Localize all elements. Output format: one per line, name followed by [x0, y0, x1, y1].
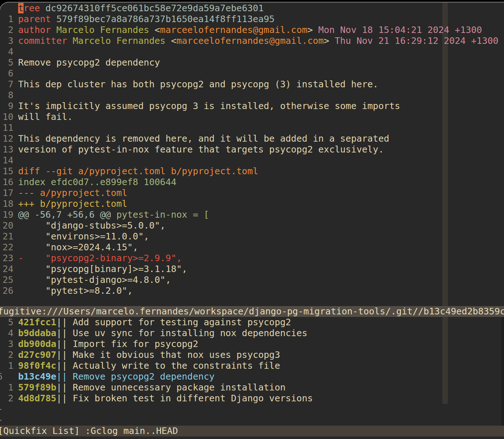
punct-text: >	[307, 25, 318, 35]
line-number: 9	[0, 101, 18, 112]
buffer-line[interactable]: 23- "psycopg2-binary>=2.9.9",	[0, 253, 504, 264]
buffer-line[interactable]: 14	[0, 155, 504, 166]
empty-line-tilde: ~	[0, 404, 2, 415]
buffer-line[interactable]: 20 "django-stubs>=5.0.0",	[0, 220, 504, 231]
buffer-line[interactable]: 21 "environs>=11.0.0",	[0, 231, 504, 242]
quickfix-item[interactable]: 1579f89b|| Remove unnecessary package in…	[0, 382, 504, 393]
buffer-line[interactable]: 8	[0, 90, 504, 101]
buffer-line[interactable]: 22 "nox>=2024.4.15",	[0, 242, 504, 253]
text-text: Remove psycopg2 dependency	[18, 57, 160, 68]
quickfix-separator: ||	[56, 350, 73, 360]
commit-message: Actually write to the constraints file	[73, 360, 280, 371]
text-text: "pytest>=8.2.0",	[18, 285, 133, 296]
buffer-line[interactable]: 13version of pytest-in-nox feature that …	[0, 144, 504, 155]
buffer-line[interactable]: 5Remove psycopg2 dependency	[0, 57, 504, 68]
date-text: Thu Nov 21 16:29:12 2024 +1300	[335, 35, 499, 46]
buffer-line-text	[18, 46, 504, 57]
quickfix-separator: ||	[56, 360, 73, 371]
buffer-line[interactable]: 9It's implicitly assumed psycopg 3 is in…	[0, 101, 504, 112]
buffer-line-text	[18, 122, 504, 133]
commit-hash: 421fcc1	[18, 317, 56, 327]
line-number: 4	[0, 46, 18, 57]
line-number: 24	[0, 264, 18, 275]
buffer-line[interactable]: 6	[0, 68, 504, 79]
quickfix-item[interactable]: 24d8d785|| Fix broken test in different …	[0, 393, 504, 404]
text-text	[67, 35, 73, 46]
diff-new-text: +++ b/pyproject.toml	[18, 198, 127, 209]
quickfix-separator: ||	[56, 371, 73, 382]
quickfix-item[interactable]: 198f0f4c|| Actually write to the constra…	[0, 360, 504, 371]
buffer-line[interactable]: 18+++ b/pyproject.toml	[0, 198, 504, 209]
buffer-line[interactable]: 12This dependency is removed here, and i…	[0, 133, 504, 144]
line-number	[0, 3, 18, 14]
line-number: 25	[0, 275, 18, 285]
buffer-line[interactable]: 25 "pytest-django>=4.8.0",	[0, 275, 504, 285]
buffer-line[interactable]: 3committer Marcelo Fernandes <marceelofe…	[0, 35, 504, 46]
buffer-line-text: +++ b/pyproject.toml	[18, 198, 504, 209]
buffer-line-text: It's implicitly assumed psycopg 3 is ins…	[18, 101, 504, 112]
buffer-line-text: @@ -56,7 +56,6 @@ pytest-in-nox = [	[18, 209, 504, 220]
quickfix-item[interactable]: 6b13c49e|| Remove psycopg2 dependency	[0, 371, 504, 382]
buffer-line[interactable]: 10will fail.	[0, 112, 504, 122]
line-number: 6	[0, 68, 18, 79]
author-name-text: Marcelo Fernandes	[73, 35, 166, 46]
quickfix-item-text: db900da|| Import fix for psycopg2	[18, 339, 504, 350]
quickfix-item[interactable]: 5421fcc1|| Add support for testing again…	[0, 317, 504, 328]
line-number: 11	[0, 122, 18, 133]
line-number: 18	[0, 198, 18, 209]
quickfix-separator: ||	[56, 328, 73, 338]
quickfix-window: 5421fcc1|| Add support for testing again…	[0, 317, 504, 426]
buffer-line[interactable]: 15diff --git a/pyproject.toml b/pyprojec…	[0, 166, 504, 177]
commit-message: Import fix for psycopg2	[73, 339, 198, 349]
buffer-line-text: This dep cluster has both psycopg2 and p…	[18, 79, 504, 90]
line-number: 12	[0, 133, 18, 144]
buffer-line[interactable]: 7This dep cluster has both psycopg2 and …	[0, 79, 504, 90]
fugitive-statusline[interactable]: fugitive:///Users/marcelo.fernandes/work…	[0, 306, 504, 317]
line-number: 1	[0, 14, 18, 25]
buffer-line[interactable]: 17--- a/pyproject.toml	[0, 188, 504, 198]
empty-line-tilde: ~	[0, 415, 2, 426]
buffer-line[interactable]: 16index efdc0d7..e899ef8 100644	[0, 177, 504, 188]
line-number: 16	[0, 177, 18, 188]
buffer-line[interactable]: 4	[0, 46, 504, 57]
buffer-line[interactable]: 19@@ -56,7 +56,6 @@ pytest-in-nox = [	[0, 209, 504, 220]
buffer-line-text: - "psycopg2-binary>=2.9.9",	[18, 253, 504, 264]
buffer-line[interactable]: 1parent 579f89bec7a8a786a737b1650ea14f8f…	[0, 14, 504, 25]
line-number: 2	[0, 393, 18, 404]
quickfix-item[interactable]: 2d27c907|| Make it obvious that nox uses…	[0, 350, 504, 360]
line-number: 23	[0, 253, 18, 264]
line-number: 14	[0, 155, 18, 166]
commit-message: Make it obvious that nox uses psycopg3	[73, 350, 280, 360]
quickfix-item[interactable]: 4b9ddaba|| Use uv sync for installing no…	[0, 328, 504, 339]
buffer-line[interactable]: 11	[0, 122, 504, 133]
buffer-line-text: "pytest-django>=4.8.0",	[18, 275, 504, 285]
buffer-line-text: tree dc92674310ff5ce061bc58e72e9da59a7eb…	[18, 3, 504, 14]
buffer-line[interactable]: 24 "psycopg[binary]>=3.1.18",	[0, 264, 504, 275]
buffer-line-text: diff --git a/pyproject.toml b/pyproject.…	[18, 166, 504, 177]
buffer-line[interactable]: 2author Marcelo Fernandes <marceeloferna…	[0, 25, 504, 35]
line-number: 5	[0, 57, 18, 68]
quickfix-separator: ||	[56, 317, 73, 327]
text-text: "django-stubs>=5.0.0",	[18, 220, 165, 231]
text-text: "pytest-django>=4.8.0",	[18, 275, 171, 285]
buffer-line-text: "psycopg[binary]>=3.1.18",	[18, 264, 504, 275]
quickfix-item-text: b9ddaba|| Use uv sync for installing nox…	[18, 328, 504, 339]
commit-message: Remove unnecessary package installation	[73, 382, 286, 393]
buffer-line-text: "django-stubs>=5.0.0",	[18, 220, 504, 231]
text-text: This dependency is removed here, and it …	[18, 133, 389, 144]
quickfix-statusline[interactable]: [Quickfix List] :Gclog main..HEAD	[0, 426, 504, 436]
commit-message: Add support for testing against psycopg2	[73, 317, 291, 327]
line-number: 6	[0, 371, 18, 382]
line-number: 4	[0, 328, 18, 339]
hash-text: 579f89bec7a8a786a737b1650ea14f8ff113ea95	[56, 14, 274, 24]
buffer-line-text: This dependency is removed here, and it …	[18, 133, 504, 144]
buffer-line-text: version of pytest-in-nox feature that ta…	[18, 144, 504, 155]
line-number: 15	[0, 166, 18, 177]
quickfix-item[interactable]: 3db900da|| Import fix for psycopg2	[0, 339, 504, 350]
quickfix-item-text: 4d8d785|| Fix broken test in different D…	[18, 393, 504, 404]
keyword-text: committer	[18, 35, 67, 46]
quickfix-item-text: b13c49e|| Remove psycopg2 dependency	[18, 371, 504, 382]
buffer-line[interactable]: tree dc92674310ff5ce061bc58e72e9da59a7eb…	[0, 3, 504, 14]
buffer-line[interactable]: 26 "pytest>=8.2.0",	[0, 285, 504, 296]
command-line	[0, 436, 504, 439]
